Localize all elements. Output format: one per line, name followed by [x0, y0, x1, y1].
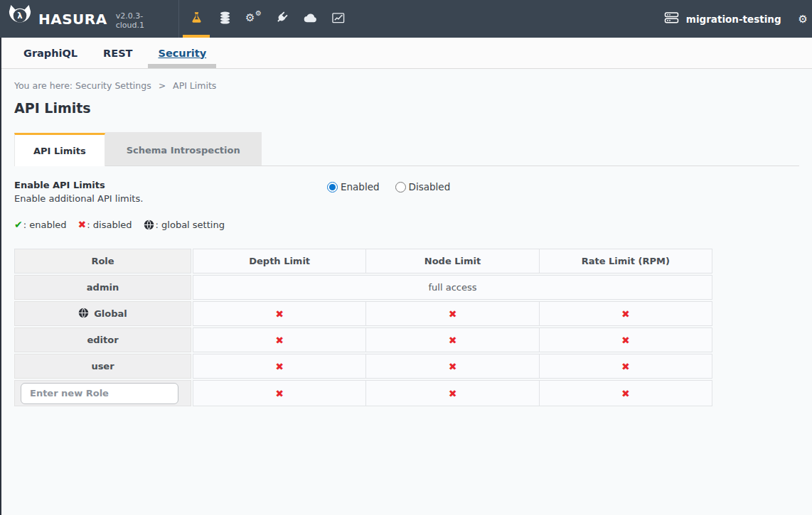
status-legend: ✔ : enabled ✖ : disabled : global settin…	[14, 219, 799, 230]
cross-icon: ✖	[78, 219, 87, 230]
legend-disabled: ✖ : disabled	[78, 219, 132, 230]
new-role-rate-limit-cell: ✖	[540, 380, 712, 406]
disabled-icon: ✖	[621, 308, 630, 320]
disabled-icon: ✖	[275, 361, 284, 372]
secondary-nav: GraphiQL REST Security	[1, 38, 812, 69]
project-selector[interactable]: migration-testing	[664, 11, 781, 27]
global-node-limit-cell: ✖	[366, 301, 539, 326]
globe-icon	[78, 308, 89, 320]
disabled-icon: ✖	[449, 335, 457, 346]
disabled-icon: ✖	[621, 335, 630, 346]
disabled-icon: ✖	[449, 361, 457, 372]
radio-enabled-label: Enabled	[341, 181, 380, 193]
table-row-editor: ✖ ✖ ✖	[193, 327, 712, 352]
tabs-bar: API Limits Schema Introspection	[14, 132, 799, 166]
editor-node-limit-cell: ✖	[366, 327, 539, 352]
nav-api-item[interactable]	[182, 0, 210, 38]
nav-monitoring-item[interactable]	[324, 0, 353, 38]
svg-text:λ: λ	[17, 11, 23, 21]
disabled-icon: ✖	[275, 335, 284, 346]
new-role-depth-limit-cell: ✖	[193, 380, 366, 406]
radio-disabled-label: Disabled	[409, 181, 451, 193]
nav-data-item[interactable]	[210, 0, 239, 38]
global-rate-limit-cell: ✖	[540, 301, 712, 326]
role-global-label: Global	[94, 308, 127, 319]
settings-gear-icon[interactable]: ⚙	[798, 13, 808, 26]
main-content: You are here: Security Settings > API Li…	[1, 69, 812, 408]
page-title: API Limits	[14, 100, 799, 116]
brand-name[interactable]: HASURA	[38, 11, 107, 28]
user-rate-limit-cell: ✖	[540, 354, 712, 379]
version-label: v2.0.3-cloud.1	[116, 11, 169, 30]
nav-remote-schemas-item[interactable]	[267, 0, 296, 38]
table-header-row: Depth Limit Node Limit Rate Limit (RPM)	[193, 249, 712, 273]
cloud-icon	[304, 12, 317, 26]
breadcrumb-api-limits[interactable]: API Limits	[173, 80, 216, 91]
line-chart-icon	[332, 12, 345, 26]
tab-schema-introspection[interactable]: Schema Introspection	[105, 132, 262, 166]
enable-api-limits-row: Enable API Limits Enable additional API …	[14, 180, 799, 204]
editor-depth-limit-cell: ✖	[193, 327, 366, 352]
header-rate-limit: Rate Limit (RPM)	[540, 249, 712, 273]
new-role-cell	[14, 380, 191, 406]
limits-columns: Depth Limit Node Limit Rate Limit (RPM) …	[193, 249, 712, 408]
check-icon: ✔	[14, 219, 23, 230]
subnav-rest[interactable]: REST	[103, 38, 132, 68]
role-editor: editor	[14, 327, 191, 352]
role-global: Global	[14, 301, 191, 326]
globe-icon	[144, 219, 154, 230]
role-column: Role admin Global editor user	[14, 249, 191, 408]
api-limits-table: Role admin Global editor user Depth Limi…	[14, 249, 712, 408]
navbar-right: migration-testing ⚙	[664, 0, 812, 38]
disabled-icon: ✖	[449, 308, 457, 320]
new-role-input[interactable]	[21, 383, 178, 404]
plug-icon	[275, 11, 288, 26]
legend-disabled-text: : disabled	[87, 219, 132, 230]
legend-global: : global setting	[144, 219, 225, 230]
global-depth-limit-cell: ✖	[193, 301, 366, 326]
legend-global-text: : global setting	[156, 219, 225, 230]
hasura-logo-icon[interactable]: λ	[7, 5, 33, 31]
brand-area: λ HASURA v2.0.3-cloud.1	[0, 0, 179, 38]
flask-icon	[191, 11, 203, 26]
subnav-security[interactable]: Security	[158, 38, 206, 68]
disabled-icon: ✖	[275, 308, 284, 320]
table-row-admin: full access	[193, 275, 712, 300]
table-row-new-role: ✖ ✖ ✖	[193, 380, 712, 406]
nav-events-item[interactable]	[296, 0, 324, 38]
enable-api-limits-label: Enable API Limits	[14, 180, 327, 190]
user-depth-limit-cell: ✖	[193, 354, 366, 379]
disabled-icon: ✖	[621, 361, 630, 372]
breadcrumb-prefix: You are here:	[14, 80, 73, 91]
radio-disabled-input[interactable]	[395, 182, 406, 193]
radio-enabled-input[interactable]	[327, 182, 338, 193]
nav-actions-item[interactable]: ⚙⚙	[239, 0, 267, 38]
project-name: migration-testing	[686, 13, 781, 25]
table-row-user: ✖ ✖ ✖	[193, 354, 712, 379]
database-icon	[219, 11, 231, 26]
radio-disabled[interactable]: Disabled	[395, 181, 451, 193]
main-nav-icons: ⚙⚙	[179, 0, 353, 38]
breadcrumb-security-settings[interactable]: Security Settings	[75, 80, 151, 91]
role-admin: admin	[14, 275, 191, 300]
server-icon	[664, 11, 679, 27]
legend-enabled-text: : enabled	[23, 219, 67, 230]
cogs-icon: ⚙⚙	[247, 13, 260, 26]
enable-api-limits-labels: Enable API Limits Enable additional API …	[14, 180, 327, 204]
enable-api-limits-description: Enable additional API limits.	[14, 193, 327, 204]
table-row-global: ✖ ✖ ✖	[193, 301, 712, 326]
header-node-limit: Node Limit	[366, 249, 539, 273]
page-body: GraphiQL REST Security You are here: Sec…	[0, 38, 812, 515]
tab-api-limits[interactable]: API Limits	[14, 133, 105, 166]
user-node-limit-cell: ✖	[366, 354, 539, 379]
editor-rate-limit-cell: ✖	[540, 327, 712, 352]
breadcrumb: You are here: Security Settings > API Li…	[14, 80, 799, 91]
disabled-icon: ✖	[275, 388, 284, 399]
role-user: user	[14, 354, 191, 379]
legend-enabled: ✔ : enabled	[14, 219, 67, 230]
subnav-graphiql[interactable]: GraphiQL	[23, 38, 78, 68]
disabled-icon: ✖	[621, 388, 630, 399]
breadcrumb-separator: >	[159, 80, 166, 91]
disabled-icon: ✖	[449, 388, 457, 399]
radio-enabled[interactable]: Enabled	[327, 181, 380, 193]
